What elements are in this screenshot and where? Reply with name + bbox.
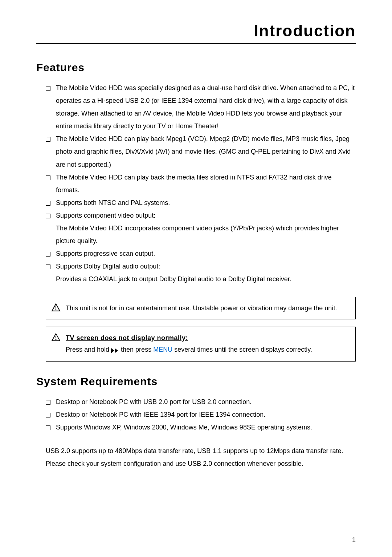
list-item: Supports Windows XP, Windows 2000, Windo… xyxy=(46,421,356,434)
list-item: Desktop or Notebook PC with IEEE 1394 po… xyxy=(46,408,356,421)
list-item-text: Supports Dolby Digital audio output: xyxy=(56,263,160,270)
sysreq-heading: System Requirements xyxy=(36,375,356,388)
page-title: Introduction xyxy=(36,22,356,40)
warning-line-mid: then press xyxy=(119,346,153,353)
fast-forward-icon xyxy=(111,344,119,356)
menu-label: MENU xyxy=(153,346,172,353)
features-list: The Mobile Video HDD was specially desig… xyxy=(36,82,356,286)
list-item: Supports progressive scan output. xyxy=(46,247,356,260)
warning-line-before: Press and hold xyxy=(66,346,111,353)
list-item: Desktop or Notebook PC with USB 2.0 port… xyxy=(46,396,356,408)
warning-text: This unit is not for in car entertainmen… xyxy=(66,302,337,314)
list-item-sub: Provides a COAXIAL jack to output Dolby … xyxy=(56,273,356,286)
list-item-text: Supports component video output: xyxy=(56,212,155,219)
svg-point-1 xyxy=(56,309,57,310)
warning-box: This unit is not for in car entertainmen… xyxy=(46,297,356,319)
list-item: The Mobile Video HDD was specially desig… xyxy=(46,82,356,133)
list-item: The Mobile Video HDD can play back the m… xyxy=(46,171,356,197)
list-item: The Mobile Video HDD can play back Mpeg1… xyxy=(46,133,356,171)
features-section: Features The Mobile Video HDD was specia… xyxy=(36,61,356,362)
warning-text: TV screen does not display normally: Pre… xyxy=(66,332,312,356)
warning-box: TV screen does not display normally: Pre… xyxy=(46,327,356,362)
list-item: Supports both NTSC and PAL systems. xyxy=(46,197,356,209)
list-item-sub: The Mobile Video HDD incorporates compon… xyxy=(56,222,356,247)
sysreq-list: Desktop or Notebook PC with USB 2.0 port… xyxy=(36,396,356,434)
sysreq-paragraph: USB 2.0 supports up to 480Mbps data tran… xyxy=(36,445,356,470)
system-requirements-section: System Requirements Desktop or Notebook … xyxy=(36,375,356,470)
warning-line-after: several times until the screen displays … xyxy=(172,346,312,353)
warning-icon xyxy=(51,303,61,314)
warning-subheading: TV screen does not display normally: xyxy=(66,332,312,344)
features-heading: Features xyxy=(36,61,356,74)
list-item: Supports component video output: The Mob… xyxy=(46,209,356,247)
title-underline xyxy=(36,43,356,44)
list-item: Supports Dolby Digital audio output: Pro… xyxy=(46,260,356,286)
page-number: 1 xyxy=(352,536,356,544)
svg-point-3 xyxy=(56,339,57,340)
warning-icon xyxy=(51,333,61,344)
